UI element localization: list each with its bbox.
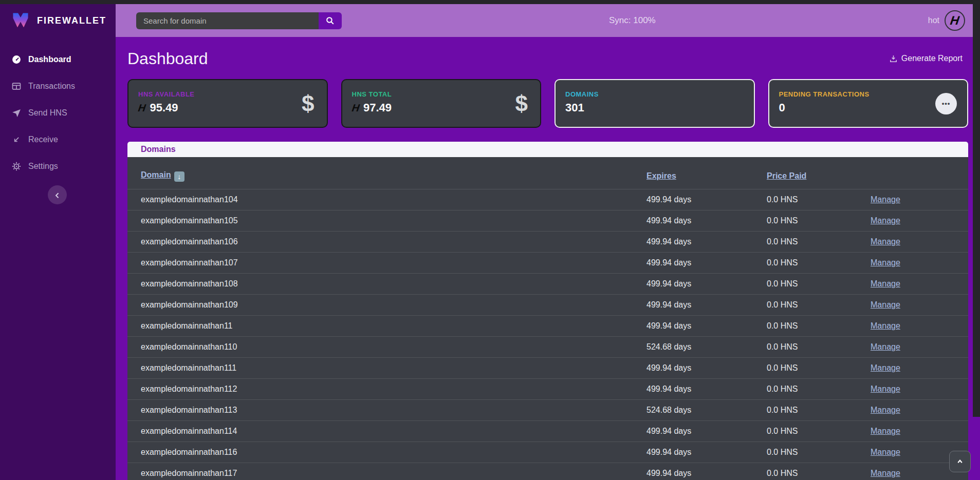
domain-cell: exampledomainnathan109: [127, 295, 646, 316]
expires-cell: 499.94 days: [646, 189, 767, 210]
price-paid-cell: 0.0 HNS: [767, 337, 871, 358]
domain-cell: exampledomainnathan113: [127, 400, 646, 421]
search-icon: [325, 16, 335, 26]
domain-cell: exampledomainnathan112: [127, 379, 646, 400]
expires-cell: 499.94 days: [646, 295, 767, 316]
manage-link[interactable]: Manage: [871, 469, 900, 477]
actions-cell: Manage: [871, 379, 968, 400]
price-paid-cell: 0.0 HNS: [767, 421, 871, 442]
table-row: exampledomainnathan105 499.94 days 0.0 H…: [127, 210, 968, 232]
domains-table: Domain↓ Expires Price Paid exampledomain…: [127, 157, 968, 480]
price-paid-cell: 0.0 HNS: [767, 442, 871, 463]
card-pending-transactions: PENDING TRANSACTIONS 0 •••: [768, 79, 969, 128]
handshake-icon: H: [137, 102, 146, 114]
expires-cell: 499.94 days: [646, 274, 767, 295]
sidebar-item-dashboard[interactable]: Dashboard: [0, 46, 116, 73]
price-paid-cell: 0.0 HNS: [767, 232, 871, 253]
actions-cell: Manage: [871, 358, 968, 379]
card-value: H 97.49: [352, 101, 530, 114]
sidebar-item-send-hns[interactable]: Send HNS: [0, 100, 116, 126]
manage-link[interactable]: Manage: [871, 427, 900, 435]
manage-link[interactable]: Manage: [871, 321, 900, 330]
manage-link[interactable]: Manage: [871, 195, 900, 204]
sidebar-item-label: Receive: [28, 135, 58, 144]
domain-cell: exampledomainnathan110: [127, 337, 646, 358]
card-value-number: 95.49: [150, 101, 178, 114]
price-paid-cell: 0.0 HNS: [767, 210, 871, 232]
generate-report-button[interactable]: Generate Report: [889, 54, 963, 63]
price-paid-cell: 0.0 HNS: [767, 358, 871, 379]
card-value-number: 0: [779, 101, 785, 114]
expires-cell: 499.94 days: [646, 421, 767, 442]
wallet-name: hot: [928, 16, 939, 25]
expires-cell: 499.94 days: [646, 232, 767, 253]
gear-icon: [11, 161, 22, 171]
window-top-strip: [0, 0, 980, 4]
expires-cell: 499.94 days: [646, 253, 767, 274]
table-row: exampledomainnathan117 499.94 days 0.0 H…: [127, 463, 968, 480]
domains-panel: Domains Domain↓ Expires Price Paid: [127, 142, 968, 480]
ellipsis-icon[interactable]: •••: [935, 93, 957, 114]
search-button[interactable]: [319, 12, 342, 29]
actions-cell: Manage: [871, 253, 968, 274]
price-paid-cell: 0.0 HNS: [767, 463, 871, 480]
manage-link[interactable]: Manage: [871, 385, 900, 393]
card-value: H 95.49: [138, 101, 317, 114]
manage-link[interactable]: Manage: [871, 300, 900, 309]
table-row: exampledomainnathan113 524.68 days 0.0 H…: [127, 400, 968, 421]
table-row: exampledomainnathan116 499.94 days 0.0 H…: [127, 442, 968, 463]
domain-cell: exampledomainnathan116: [127, 442, 646, 463]
manage-link[interactable]: Manage: [871, 216, 900, 225]
card-domains: DOMAINS 301: [554, 79, 755, 128]
card-hns-available: HNS AVAILABLE H 95.49 $: [127, 79, 328, 128]
sidebar-item-receive[interactable]: Receive: [0, 126, 116, 153]
column-header-expires[interactable]: Expires: [646, 157, 767, 189]
column-header-price-paid[interactable]: Price Paid: [767, 157, 871, 189]
manage-link[interactable]: Manage: [871, 406, 900, 414]
table-row: exampledomainnathan110 524.68 days 0.0 H…: [127, 337, 968, 358]
actions-cell: Manage: [871, 189, 968, 210]
sort-descending-icon: ↓: [174, 171, 184, 182]
domain-cell: exampledomainnathan111: [127, 358, 646, 379]
dollar-sign-icon: $: [302, 91, 314, 117]
column-header-actions: [871, 157, 968, 189]
manage-link[interactable]: Manage: [871, 237, 900, 246]
manage-link[interactable]: Manage: [871, 279, 900, 288]
card-label: DOMAINS: [565, 90, 744, 98]
sidebar-item-label: Send HNS: [28, 108, 67, 118]
table-row: exampledomainnathan111 499.94 days 0.0 H…: [127, 358, 968, 379]
card-label: PENDING TRANSACTIONS: [779, 90, 957, 98]
manage-link[interactable]: Manage: [871, 363, 900, 372]
manage-link[interactable]: Manage: [871, 342, 900, 351]
sidebar-item-settings[interactable]: Settings: [0, 153, 116, 180]
gauge-icon: [11, 54, 22, 65]
price-paid-cell: 0.0 HNS: [767, 253, 871, 274]
expires-cell: 499.94 days: [646, 316, 767, 337]
chevron-left-icon: [53, 190, 62, 200]
domain-cell: exampledomainnathan114: [127, 421, 646, 442]
card-label: HNS TOTAL: [352, 90, 530, 98]
domain-cell: exampledomainnathan108: [127, 274, 646, 295]
domains-table-header-row: Domain↓ Expires Price Paid: [127, 157, 968, 189]
table-row: exampledomainnathan109 499.94 days 0.0 H…: [127, 295, 968, 316]
column-header-domain[interactable]: Domain↓: [127, 157, 646, 189]
card-value-number: 97.49: [363, 101, 392, 114]
expires-cell: 499.94 days: [646, 210, 767, 232]
manage-link[interactable]: Manage: [871, 448, 900, 456]
expires-cell: 524.68 days: [646, 337, 767, 358]
expires-cell: 499.94 days: [646, 442, 767, 463]
receive-icon: [11, 135, 22, 145]
actions-cell: Manage: [871, 400, 968, 421]
price-paid-cell: 0.0 HNS: [767, 295, 871, 316]
scrollbar-thumb[interactable]: [973, 0, 980, 417]
domains-panel-title: Domains: [141, 145, 176, 154]
main-content: Dashboard Generate Report HNS AVAILABLE …: [116, 37, 973, 480]
sidebar-item-transactions[interactable]: Transactions: [0, 73, 116, 100]
handshake-wallet-icon[interactable]: H: [945, 10, 965, 31]
scrollbar-track[interactable]: [973, 0, 980, 480]
actions-cell: Manage: [871, 316, 968, 337]
manage-link[interactable]: Manage: [871, 258, 900, 267]
search-input[interactable]: [136, 12, 319, 29]
scroll-to-top-button[interactable]: [949, 451, 971, 472]
sidebar-collapse-button[interactable]: [48, 185, 67, 204]
